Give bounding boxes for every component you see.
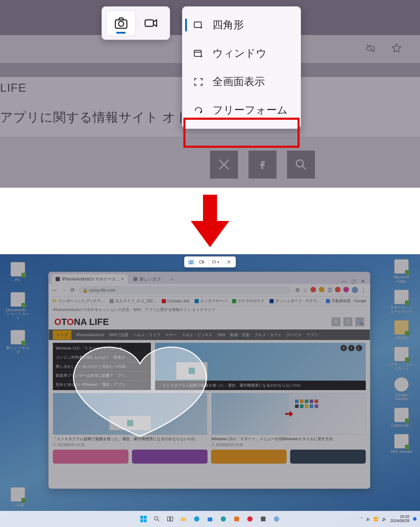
thumb[interactable] [53, 450, 128, 464]
headline-item[interactable]: Windows 11の「スタート」メニューを… [56, 346, 148, 351]
browser-tab[interactable]: iPhone/Androidスマホケース… × [51, 274, 128, 284]
bookmark-item[interactable]: OTONA LIFE [162, 299, 190, 303]
site-logo[interactable]: OTONA LIFE [54, 317, 109, 327]
tray-chevron[interactable]: ˄ [360, 517, 363, 521]
tray-wifi-icon[interactable]: 📶 [373, 517, 378, 521]
desktop-icon[interactable]: CASIO [389, 320, 414, 340]
app-button[interactable] [245, 514, 255, 524]
bookmark-item[interactable]: 不動産検索 - Google [326, 298, 366, 304]
desktop-icon[interactable]: PDF Reader [389, 434, 414, 454]
url-field[interactable]: 🔒 otona-life.com [78, 286, 292, 294]
desktop-icon[interactable]: サポート・ショートカット [389, 290, 414, 314]
mode-window[interactable]: ウィンドウ [182, 39, 301, 68]
ext-icon[interactable] [335, 287, 341, 292]
ext-icon[interactable] [310, 287, 316, 292]
video-mode-button[interactable] [136, 10, 166, 36]
start-button[interactable] [138, 514, 149, 524]
down-arrow-icon [191, 195, 229, 247]
app-button[interactable] [258, 514, 268, 524]
menu-icon[interactable]: ⋮ [361, 287, 366, 293]
svg-point-8 [190, 261, 192, 263]
desktop-icon[interactable]: CyberLink... [389, 408, 414, 428]
tray-ime[interactable]: あ [366, 516, 370, 522]
minimize-button[interactable]: — [342, 278, 346, 284]
facebook-icon[interactable]: f [343, 317, 352, 326]
camera-mode-button[interactable] [187, 258, 195, 266]
nav-item[interactable]: スキル・ビジネス [182, 332, 212, 338]
nav-item[interactable]: ヘルス・ライフ [133, 332, 160, 338]
browser-tab[interactable]: 新しいタブ＋ [129, 274, 178, 284]
article-card[interactable]: Windows 11の「スタート」メニューを旧Windowsスタイルに戻す方法 … [211, 393, 366, 447]
svg-rect-6 [194, 50, 201, 56]
svg-rect-14 [144, 519, 147, 522]
search-button[interactable] [152, 514, 162, 524]
app-button[interactable] [218, 514, 229, 524]
nav-item[interactable]: SNS [217, 333, 225, 337]
window-buttons: — ▢ ✕ [342, 278, 370, 284]
nav-item[interactable]: iPhone&Android [76, 333, 104, 337]
thumb[interactable] [132, 450, 208, 464]
headline-item[interactable]: コンビニ利用者が望むものは？ 現金の… [56, 353, 148, 360]
nav-item[interactable]: グルメ・カフェ [254, 332, 281, 338]
desktop-icon[interactable]: Documents・ショートカット [6, 292, 30, 320]
desktop-icon[interactable]: 新しいフォルダ [6, 330, 30, 354]
hero-image[interactable]: X f L 「インスタグラム投稿で楽曲を使った」場合、著作権侵害になるのかならな… [155, 343, 366, 390]
bookmark-item[interactable]: 大人ライフ_ロゴ_202… [110, 298, 157, 304]
desktop-icon[interactable]: Microsoft Edge [389, 259, 414, 283]
app-button[interactable] [271, 514, 282, 524]
reload-button[interactable]: ⟳ [70, 287, 75, 293]
ext-icon[interactable] [319, 287, 324, 292]
edge-button[interactable] [191, 514, 202, 524]
nav-item[interactable]: SNSで話題 [109, 332, 129, 338]
video-mode-button[interactable] [198, 258, 205, 266]
back-button[interactable]: ← [52, 287, 58, 293]
maximize-button[interactable]: ▢ [351, 278, 356, 284]
recycle-bin[interactable]: ごみ箱 [6, 487, 30, 507]
nav-item[interactable]: マネー [165, 332, 177, 338]
mode-freeform[interactable]: フリーフォーム [182, 96, 301, 124]
bookmark-item[interactable]: 📁 インポートしたブックマ… [52, 298, 105, 304]
browser-tabstrip: iPhone/Androidスマホケース… × 新しいタブ＋ — ▢ ✕ [49, 272, 370, 284]
desktop-icon[interactable]: PC [6, 262, 30, 282]
x-twitter-icon[interactable]: X [331, 317, 341, 326]
tray-notifications[interactable] [413, 517, 416, 521]
nav-item[interactable]: トップ [53, 330, 71, 340]
x-icon: X [341, 345, 347, 351]
close-button[interactable] [225, 258, 233, 266]
desktop-icon[interactable]: Google Chrome [389, 377, 414, 401]
app-button[interactable] [231, 514, 242, 524]
star-icon[interactable]: ☆ [303, 287, 308, 293]
bookmark-item[interactable]: ダッシュボード - サクラ… [270, 298, 321, 304]
desktop-icon[interactable]: メモ・ショートカット [389, 347, 414, 371]
mode-fullscreen[interactable]: 全画面表示 [182, 68, 301, 96]
ext-icon[interactable] [343, 287, 349, 292]
nav-item[interactable]: 動画・音楽 [230, 332, 250, 338]
taskview-button[interactable] [165, 514, 175, 524]
nav-item[interactable]: アプリ [307, 332, 318, 338]
ext-icon[interactable]: ☰ [327, 287, 332, 293]
camera-mode-button[interactable] [106, 10, 136, 36]
close-button[interactable]: ✕ [361, 278, 365, 284]
facebook-icon [248, 151, 276, 179]
thumb[interactable] [211, 450, 287, 464]
headline-item[interactable]: 意外と知らないiPhoneの「電卓」アプリ… [56, 380, 148, 387]
headline-item[interactable]: 推し活をしている人のひと月あたりの消… [56, 362, 148, 369]
store-button[interactable] [205, 514, 215, 524]
article-card[interactable]: 「インスタグラム投稿で楽曲を使った」場合、著作権侵害になるのかならないのか ⏱ … [53, 393, 207, 447]
tray-clock[interactable]: 16:02 2024/08/28 [390, 515, 410, 523]
tray-volume-icon[interactable]: 🔊 [382, 517, 387, 521]
nav-item[interactable]: デバイス [286, 332, 302, 338]
headline-item[interactable]: 家庭用プリンターは本当に必要？ プリ… [56, 371, 148, 378]
forward-button[interactable]: → [61, 287, 67, 293]
search-icon[interactable]: 🔍 [355, 317, 364, 326]
profile-icon[interactable] [352, 287, 358, 293]
bookmark-item[interactable]: エックスサーバ [195, 298, 227, 304]
share-icon[interactable]: ⚙ [295, 287, 300, 293]
thumb[interactable] [290, 450, 366, 464]
snip-mode-dropdown[interactable]: ▾ [211, 258, 219, 266]
bookmark-item[interactable]: サクラのガイド [232, 298, 265, 304]
explorer-button[interactable] [178, 514, 189, 524]
mode-rectangle[interactable]: 四角形 [182, 11, 301, 39]
bookmarks-bar: 📁 インポートしたブックマ… 大人ライフ_ロゴ_202… OTONA LIFE … [49, 297, 370, 306]
svg-point-1 [296, 160, 303, 167]
